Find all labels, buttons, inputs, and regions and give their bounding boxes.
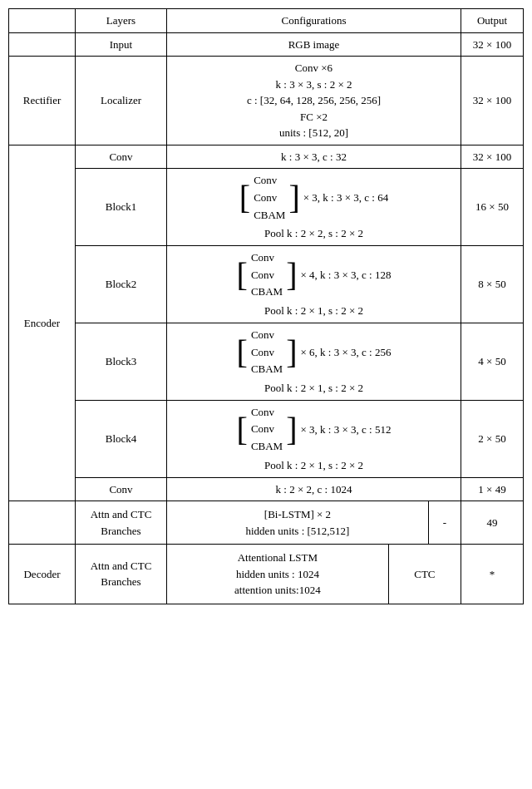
layer-cell: Block4 (76, 400, 167, 477)
table-row: Attn and CTC Branches [Bi-LSTM] × 2hidde… (9, 501, 524, 545)
section-cell: Rectifier (9, 57, 76, 145)
output-cell: 32 × 100 (461, 57, 524, 145)
bracket-item: Conv (251, 344, 274, 362)
left-bracket: [ (237, 413, 248, 446)
layer-cell: Input (76, 32, 167, 57)
right-bracket: ] (286, 259, 297, 292)
right-bracket: ] (288, 181, 299, 215)
col1-header (9, 9, 76, 33)
table-row: Input RGB image 32 × 100 (9, 32, 524, 57)
inner-cell: CTC (388, 545, 461, 604)
table-row: Decoder Attn and CTC Branches Attentiona… (9, 545, 524, 604)
pool-config: Pool k : 2 × 1, s : 2 × 2 (264, 457, 363, 474)
bracket-item: Conv (254, 190, 277, 207)
architecture-table: Layers Configurations Output Input RGB i… (8, 8, 524, 604)
table-row: Encoder Conv k : 3 × 3, c : 32 32 × 100 (9, 145, 524, 169)
output-cell: 2 × 50 (461, 400, 524, 477)
left-bracket: [ (237, 336, 248, 369)
layer-cell: Block1 (76, 169, 167, 246)
main-table-wrapper: Layers Configurations Output Input RGB i… (8, 8, 524, 604)
inner-table: [Bi-LSTM] × 2hidden units : [512,512] - (167, 501, 461, 544)
bracket-item: Conv (251, 404, 274, 422)
header-row: Layers Configurations Output (9, 9, 524, 33)
bracket-item: Conv (251, 327, 274, 344)
config-cell: k : 3 × 3, c : 32 (167, 145, 461, 169)
config-cell: k : 2 × 2, c : 1024 (167, 477, 461, 501)
config-cell: [ Conv Conv CBAM ] × 3, k : 3 × 3, c : 5… (167, 400, 461, 477)
bracket-items: Conv Conv CBAM (251, 327, 283, 378)
table-row: Block2 [ Conv Conv CBAM ] × 4, k : 3 × 3… (9, 245, 524, 323)
bracket-item: Conv (251, 249, 274, 267)
layer-cell: Block3 (76, 323, 167, 400)
bracket-suffix: × 4, k : 3 × 3, c : 128 (301, 267, 392, 284)
output-cell: * (461, 545, 524, 604)
right-bracket: ] (286, 336, 297, 369)
bracket-suffix: × 3, k : 3 × 3, c : 64 (303, 190, 388, 206)
bracket-item: CBAM (251, 438, 283, 456)
inner-row: [Bi-LSTM] × 2hidden units : [512,512] - (167, 501, 461, 544)
inner-table: Attentional LSTMhidden units : 1024atten… (167, 545, 461, 604)
layer-cell: Attn and CTC Branches (76, 545, 167, 604)
block-config: [ Conv Conv CBAM ] × 3, k : 3 × 3, c : 6… (172, 172, 456, 242)
bracket-item: Conv (254, 172, 277, 190)
bracket-item: CBAM (251, 284, 283, 301)
inner-cell: Attentional LSTMhidden units : 1024atten… (167, 545, 388, 604)
output-cell: 49 (461, 501, 524, 545)
pool-config: Pool k : 2 × 2, s : 2 × 2 (264, 225, 363, 242)
config-cell: [ Conv Conv CBAM ] × 3, k : 3 × 3, c : 6… (167, 169, 461, 246)
inner-row: Attentional LSTMhidden units : 1024atten… (167, 545, 461, 604)
table-row: Block4 [ Conv Conv CBAM ] × 3, k : 3 × 3… (9, 400, 524, 477)
right-bracket: ] (286, 413, 297, 446)
layer-cell: Conv (76, 477, 167, 501)
output-cell: 1 × 49 (461, 477, 524, 501)
pool-config: Pool k : 2 × 1, s : 2 × 2 (264, 380, 363, 397)
config-cell: [ Conv Conv CBAM ] × 4, k : 3 × 3, c : 1… (167, 245, 461, 323)
bracket-row: [ Conv Conv CBAM ] × 3, k : 3 × 3, c : 5… (237, 404, 392, 456)
table-row: Conv k : 2 × 2, c : 1024 1 × 49 (9, 477, 524, 501)
col3-header: Configurations (167, 9, 461, 33)
output-cell: 32 × 100 (461, 32, 524, 57)
bracket-suffix: × 6, k : 3 × 3, c : 256 (301, 344, 392, 361)
output-cell: 16 × 50 (461, 169, 524, 246)
col4-header: Output (461, 9, 524, 33)
output-cell: 4 × 50 (461, 323, 524, 400)
config-cell: Attentional LSTMhidden units : 1024atten… (167, 545, 461, 604)
block-config: [ Conv Conv CBAM ] × 3, k : 3 × 3, c : 5… (172, 404, 456, 474)
output-cell: 8 × 50 (461, 245, 524, 323)
left-bracket: [ (237, 259, 248, 292)
bracket-suffix: × 3, k : 3 × 3, c : 512 (301, 422, 392, 438)
left-bracket: [ (239, 181, 250, 215)
layer-cell: Conv (76, 145, 167, 169)
block-config: [ Conv Conv CBAM ] × 4, k : 3 × 3, c : 1… (172, 249, 456, 319)
bracket-row: [ Conv Conv CBAM ] × 4, k : 3 × 3, c : 1… (237, 249, 392, 301)
bracket-item: Conv (251, 267, 274, 284)
bracket-item: CBAM (251, 361, 283, 378)
bracket-row: [ Conv Conv CBAM ] × 6, k : 3 × 3, c : 2… (237, 327, 392, 378)
pool-config: Pool k : 2 × 1, s : 2 × 2 (264, 303, 363, 319)
table-row: Block1 [ Conv Conv CBAM ] × 3, k : 3 × 3… (9, 169, 524, 246)
bracket-items: Conv Conv CBAM (251, 249, 283, 301)
config-cell: Conv ×6 k : 3 × 3, s : 2 × 2 c : [32, 64… (167, 57, 461, 145)
bracket-items: Conv Conv CBAM (254, 172, 285, 224)
layer-cell: Block2 (76, 245, 167, 323)
bracket-items: Conv Conv CBAM (251, 404, 283, 456)
section-cell: Encoder (9, 145, 76, 501)
bracket-item: Conv (251, 421, 274, 438)
config-cell: RGB image (167, 32, 461, 57)
bracket-row: [ Conv Conv CBAM ] × 3, k : 3 × 3, c : 6… (239, 172, 388, 224)
inner-cell: [Bi-LSTM] × 2hidden units : [512,512] (167, 501, 428, 544)
section-cell (9, 501, 76, 545)
layer-cell: Localizer (76, 57, 167, 145)
section-cell (9, 32, 76, 57)
block-config: [ Conv Conv CBAM ] × 6, k : 3 × 3, c : 2… (172, 327, 456, 397)
config-cell: [ Conv Conv CBAM ] × 6, k : 3 × 3, c : 2… (167, 323, 461, 400)
col2-header: Layers (76, 9, 167, 33)
output-cell: 32 × 100 (461, 145, 524, 169)
table-row: Block3 [ Conv Conv CBAM ] × 6, k : 3 × 3… (9, 323, 524, 400)
config-cell: [Bi-LSTM] × 2hidden units : [512,512] - (167, 501, 461, 545)
inner-cell: - (428, 501, 461, 544)
table-row: Rectifier Localizer Conv ×6 k : 3 × 3, s… (9, 57, 524, 145)
section-cell: Decoder (9, 545, 76, 604)
layer-cell: Attn and CTC Branches (76, 501, 167, 545)
bracket-item: CBAM (254, 207, 285, 224)
